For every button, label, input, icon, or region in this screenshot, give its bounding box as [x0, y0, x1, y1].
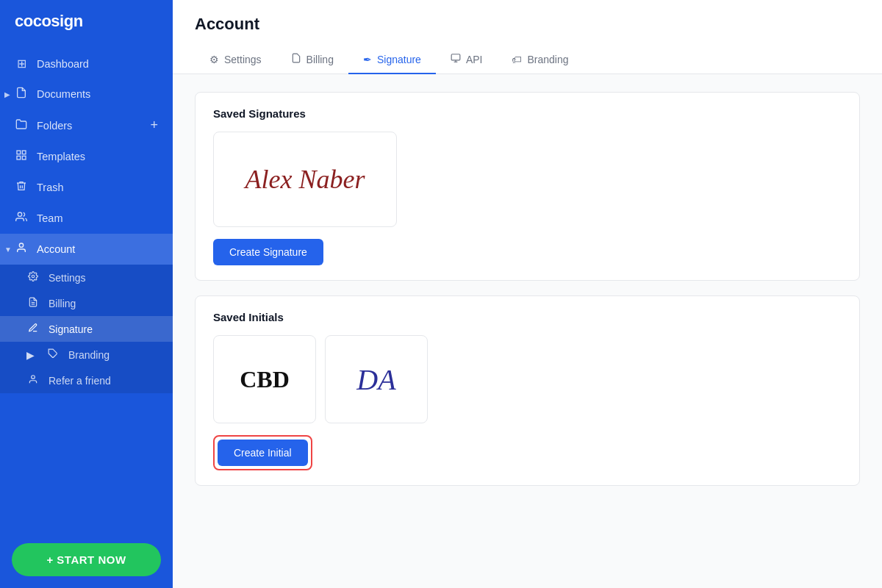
sidebar-item-label: Templates [37, 151, 85, 162]
dashboard-icon: ⊞ [15, 57, 28, 71]
saved-signatures-title: Saved Signatures [213, 107, 842, 120]
brand-logo: cocosign [0, 0, 173, 43]
tab-label: Settings [224, 54, 262, 65]
sidebar-item-settings[interactable]: Settings [0, 265, 173, 290]
tab-label: Signature [377, 54, 421, 65]
svg-point-10 [32, 376, 35, 379]
account-submenu: Settings Billing Signature ▶ Branding [0, 265, 173, 393]
create-initial-button[interactable]: Create Initial [218, 440, 308, 466]
initial-text-cbd: CBD [240, 366, 290, 393]
billing-icon [26, 297, 40, 309]
tab-label: Branding [527, 54, 568, 65]
svg-point-4 [18, 212, 21, 216]
tab-branding[interactable]: 🏷 Branding [497, 46, 583, 74]
sidebar-sub-label: Refer a friend [49, 375, 111, 387]
documents-icon [15, 87, 28, 101]
svg-point-6 [32, 275, 35, 278]
svg-rect-0 [17, 151, 21, 154]
svg-rect-3 [17, 156, 21, 159]
initials-grid: CBD DA [213, 335, 842, 423]
tab-signature[interactable]: ✒ Signature [348, 46, 436, 74]
svg-point-5 [19, 243, 23, 247]
branding-icon [46, 348, 60, 361]
svg-rect-1 [22, 151, 26, 154]
sidebar: cocosign ⊞ Dashboard ▶ Documents Folders… [0, 0, 173, 588]
sidebar-sub-label: Settings [49, 272, 86, 284]
chevron-right-small-icon: ▶ [26, 349, 35, 361]
chevron-right-icon: ▶ [4, 90, 10, 98]
saved-initials-title: Saved Initials [213, 311, 842, 323]
sidebar-item-templates[interactable]: Templates [0, 141, 173, 172]
add-folder-icon[interactable]: + [150, 118, 158, 133]
signature-tab-icon: ✒ [363, 54, 372, 65]
sidebar-item-trash[interactable]: Trash [0, 172, 173, 203]
sidebar-item-team[interactable]: Team [0, 203, 173, 234]
saved-initials-card: Saved Initials CBD DA Create Initial [195, 295, 860, 486]
signature-text: Alex Naber [245, 164, 365, 195]
settings-tab-icon: ⚙ [209, 54, 219, 65]
signatures-grid: Alex Naber [213, 132, 842, 227]
sidebar-sub-label: Signature [49, 323, 93, 335]
sidebar-item-billing[interactable]: Billing [0, 290, 173, 316]
sidebar-item-signature[interactable]: Signature [0, 316, 173, 342]
tab-label: Billing [306, 54, 334, 65]
billing-tab-icon [291, 53, 301, 65]
sidebar-item-dashboard[interactable]: ⊞ Dashboard [0, 49, 173, 79]
initial-item-cbd[interactable]: CBD [213, 335, 316, 423]
sidebar-item-label: Folders [37, 120, 72, 132]
templates-icon [15, 149, 28, 164]
sidebar-item-label: Documents [37, 88, 90, 100]
sidebar-item-label: Account [37, 243, 75, 255]
folders-icon [15, 118, 28, 133]
account-icon [15, 242, 28, 257]
sidebar-nav: ⊞ Dashboard ▶ Documents Folders + Templa… [0, 43, 173, 531]
initial-text-da: DA [356, 362, 395, 397]
create-initial-wrapper: Create Initial [213, 435, 312, 470]
sidebar-item-documents[interactable]: ▶ Documents [0, 79, 173, 110]
refer-icon [26, 374, 40, 387]
svg-rect-2 [22, 156, 26, 159]
create-signature-button[interactable]: Create Signature [213, 239, 323, 265]
sidebar-item-refer[interactable]: Refer a friend [0, 368, 173, 393]
sidebar-sub-label: Billing [49, 298, 76, 309]
signature-item[interactable]: Alex Naber [213, 132, 397, 227]
tab-label: API [466, 54, 483, 65]
create-signature-label: Create Signature [229, 246, 307, 258]
tab-api[interactable]: API [436, 46, 498, 74]
page-title: Account [195, 15, 860, 34]
branding-tab-icon: 🏷 [512, 54, 522, 65]
chevron-down-icon: ▼ [4, 245, 12, 254]
tabs-nav: ⚙ Settings Billing ✒ Signature API 🏷 [195, 46, 860, 74]
sidebar-item-branding[interactable]: ▶ Branding [0, 342, 173, 368]
sidebar-item-folders[interactable]: Folders + [0, 110, 173, 141]
signature-icon [26, 323, 40, 335]
content-area: Saved Signatures Alex Naber Create Signa… [173, 74, 882, 503]
create-initial-label: Create Initial [234, 447, 292, 459]
team-icon [15, 211, 28, 226]
sidebar-item-label: Dashboard [37, 58, 89, 70]
sidebar-sub-label: Branding [68, 349, 110, 361]
api-tab-icon [451, 53, 461, 65]
tab-settings[interactable]: ⚙ Settings [195, 46, 276, 74]
main-content: Account ⚙ Settings Billing ✒ Signature A [173, 0, 882, 588]
svg-rect-11 [451, 54, 460, 60]
start-now-label: + START NOW [46, 553, 126, 566]
start-now-button[interactable]: + START NOW [12, 543, 161, 576]
tab-billing[interactable]: Billing [276, 46, 348, 74]
settings-icon [26, 271, 40, 284]
sidebar-item-account[interactable]: ▼ Account [0, 234, 173, 265]
main-header: Account ⚙ Settings Billing ✒ Signature A [173, 0, 882, 74]
initial-item-da[interactable]: DA [325, 335, 428, 423]
saved-signatures-card: Saved Signatures Alex Naber Create Signa… [195, 92, 860, 281]
trash-icon [15, 180, 28, 195]
sidebar-item-label: Team [37, 212, 62, 224]
sidebar-item-label: Trash [37, 182, 64, 193]
